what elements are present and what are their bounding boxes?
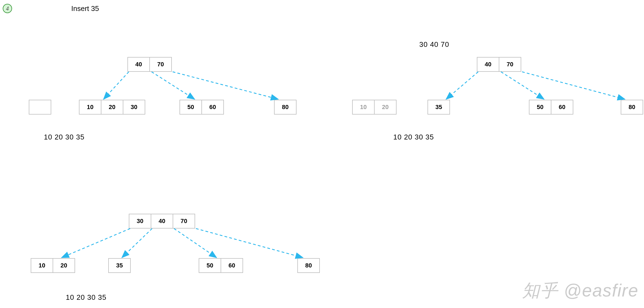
d1-arrow-3 — [173, 72, 278, 99]
d1-root-key-0: 40 — [128, 58, 150, 71]
d1-empty-cell — [29, 100, 51, 114]
d3-arrow-1 — [62, 229, 130, 258]
d3-child-b: 35 — [108, 258, 131, 273]
d2-child-b-1: 60 — [551, 100, 573, 114]
d2-child-faded-1: 20 — [375, 100, 396, 114]
d2-child-c-0: 80 — [621, 100, 643, 114]
d1-child-a: 10 20 30 — [79, 100, 145, 115]
d3-child-d-0: 80 — [298, 259, 319, 272]
d3-root-key-0: 30 — [129, 214, 151, 228]
d2-top-label: 30 40 70 — [419, 40, 449, 49]
d2-arrow-2 — [501, 72, 544, 99]
d3-child-c: 50 60 — [199, 258, 243, 273]
d1-child-a-0: 10 — [79, 100, 101, 114]
d2-arrow-3 — [522, 72, 625, 99]
d1-child-b-0: 50 — [180, 100, 202, 114]
d3-child-d: 80 — [297, 258, 320, 273]
step-number: 4 — [6, 5, 9, 12]
d1-child-a-1: 20 — [101, 100, 123, 114]
d1-arrow-1 — [104, 72, 129, 99]
d3-bottom-label: 10 20 30 35 — [66, 293, 106, 302]
d1-root-key-1: 70 — [150, 58, 171, 71]
d3-root-node: 30 40 70 — [129, 214, 195, 229]
d1-child-c: 80 — [274, 100, 297, 115]
d3-child-c-1: 60 — [221, 259, 243, 272]
d2-bottom-label: 10 20 30 35 — [393, 133, 434, 141]
d1-arrow-2 — [152, 72, 195, 99]
d1-bottom-label: 10 20 30 35 — [44, 133, 84, 141]
d2-root-key-0: 40 — [477, 58, 499, 71]
d2-arrow-1 — [446, 72, 478, 99]
d2-child-a-0: 35 — [428, 100, 449, 114]
d2-root-key-1: 70 — [499, 58, 521, 71]
d2-child-b: 50 60 — [529, 100, 573, 115]
d3-arrow-3 — [174, 229, 216, 258]
d3-arrow-4 — [196, 229, 303, 258]
d3-root-key-1: 40 — [151, 214, 173, 228]
d2-child-a: 35 — [428, 100, 450, 115]
d1-child-b: 50 60 — [179, 100, 224, 115]
d2-child-c: 80 — [621, 100, 643, 115]
watermark-text: 知乎 @easfire — [522, 279, 639, 303]
d1-child-b-1: 60 — [202, 100, 223, 114]
d3-child-c-0: 50 — [199, 259, 221, 272]
d3-child-a: 10 20 — [31, 258, 75, 273]
d3-child-b-0: 35 — [109, 259, 130, 272]
d1-child-c-0: 80 — [275, 100, 296, 114]
d2-root-node: 40 70 — [477, 57, 521, 72]
d3-root-key-2: 70 — [173, 214, 195, 228]
arrows-layer — [0, 0, 644, 308]
d2-child-faded: 10 20 — [352, 100, 397, 115]
d1-empty-node — [29, 100, 51, 115]
d3-arrow-2 — [122, 229, 152, 258]
step-badge: 4 — [3, 4, 12, 13]
d2-child-faded-0: 10 — [353, 100, 375, 114]
d1-root-node: 40 70 — [127, 57, 172, 72]
d2-child-b-0: 50 — [529, 100, 551, 114]
d3-child-a-1: 20 — [53, 259, 75, 272]
page-title: Insert 35 — [71, 4, 99, 13]
d3-child-a-0: 10 — [31, 259, 53, 272]
d1-child-a-2: 30 — [123, 100, 145, 114]
